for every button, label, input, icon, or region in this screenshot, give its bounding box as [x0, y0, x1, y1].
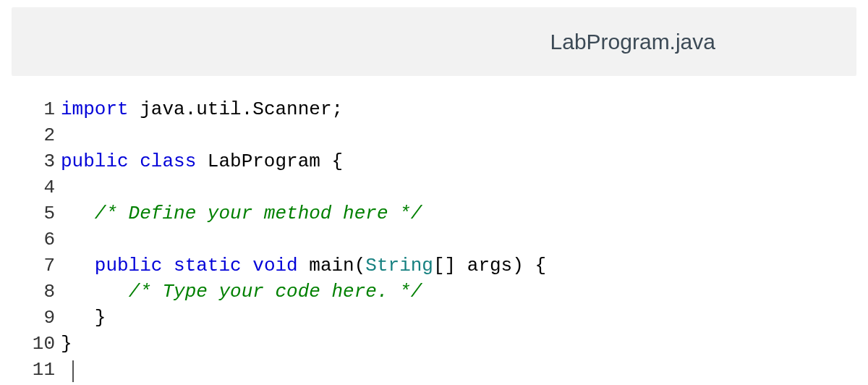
keyword: void [252, 255, 297, 276]
keyword: class [140, 151, 196, 172]
line-number: 5 [12, 200, 55, 227]
identifier: util [196, 98, 241, 120]
keyword: static [174, 255, 242, 276]
text-cursor [72, 360, 74, 382]
code-area[interactable]: 1 2 3 4 5 6 7 8 9 10 11 import java.util… [12, 76, 856, 383]
code-line[interactable] [61, 227, 856, 253]
class-name: LabProgram [208, 151, 320, 172]
filename-label: LabProgram.java [550, 30, 715, 54]
code-line[interactable] [61, 357, 856, 383]
comment: /* Define your method here */ [95, 203, 422, 224]
code-content[interactable]: import java.util.Scanner; public class L… [61, 96, 856, 383]
code-line[interactable]: /* Type your code here. */ [61, 279, 856, 305]
code-line[interactable]: public static void main(String[] args) { [61, 253, 856, 279]
editor-container: LabProgram.java 1 2 3 4 5 6 7 8 9 10 11 … [0, 0, 868, 385]
parameter: args [467, 255, 512, 276]
type: String [365, 255, 433, 276]
file-header-bar: LabProgram.java [12, 7, 856, 76]
line-number: 7 [12, 253, 55, 279]
keyword: public [95, 255, 163, 276]
line-number: 3 [12, 148, 55, 174]
identifier: java [140, 98, 184, 120]
line-number-gutter: 1 2 3 4 5 6 7 8 9 10 11 [12, 96, 61, 383]
code-line[interactable]: } [61, 331, 856, 357]
line-number: 2 [12, 122, 55, 148]
line-number: 6 [12, 227, 55, 253]
code-line[interactable]: } [61, 305, 856, 331]
keyword: import [61, 98, 129, 120]
line-number: 8 [12, 279, 55, 305]
code-line[interactable] [61, 122, 856, 148]
code-line[interactable] [61, 174, 856, 200]
line-number: 9 [12, 305, 55, 331]
method-name: main [309, 255, 354, 276]
identifier: Scanner [252, 98, 331, 120]
comment: /* Type your code here. */ [129, 281, 422, 302]
code-line[interactable]: import java.util.Scanner; [61, 96, 856, 122]
line-number: 11 [12, 357, 55, 383]
keyword: public [61, 151, 129, 172]
code-line[interactable]: public class LabProgram { [61, 148, 856, 174]
line-number: 4 [12, 174, 55, 200]
line-number: 1 [12, 96, 55, 122]
code-line[interactable]: /* Define your method here */ [61, 200, 856, 227]
line-number: 10 [12, 331, 55, 357]
